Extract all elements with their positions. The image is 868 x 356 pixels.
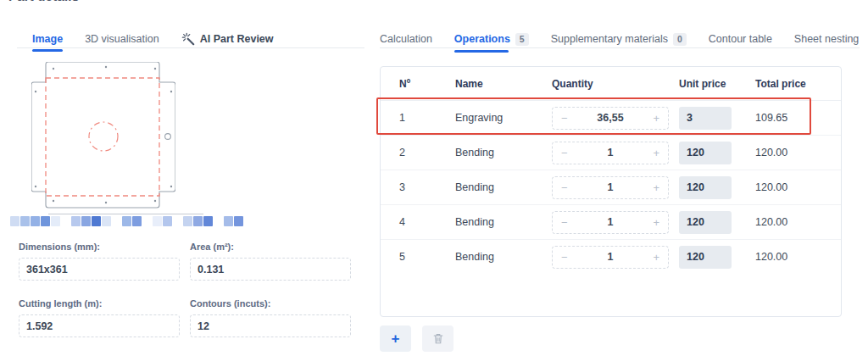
- preview-bottom-edge: [48, 214, 203, 214]
- quantity-value[interactable]: 36,55: [597, 112, 623, 124]
- col-num: Nº: [399, 78, 455, 90]
- bend-lines-rect: [46, 78, 159, 196]
- part-details-page: Part details Image 3D visualisation AI P…: [0, 0, 868, 356]
- delete-operation-button[interactable]: [422, 325, 453, 352]
- table-row[interactable]: 2 Bending − 1 + 120 120.00: [381, 136, 841, 170]
- rivet-holes: [35, 66, 172, 203]
- quantity-stepper[interactable]: − 1 +: [552, 211, 669, 234]
- total-price: 120.00: [755, 216, 841, 228]
- bend-circle: [89, 122, 118, 151]
- operation-name: Bending: [455, 216, 552, 228]
- field-cutting-length: Cutting length (m):: [19, 298, 180, 337]
- quantity-stepper[interactable]: − 1 +: [552, 246, 669, 269]
- quantity-value[interactable]: 1: [608, 251, 614, 263]
- contours-label: Contours (incuts):: [190, 298, 351, 309]
- row-num: 5: [399, 251, 455, 263]
- table-row[interactable]: 4 Bending − 1 + 120 120.00: [381, 205, 841, 240]
- operation-name: Bending: [455, 251, 552, 263]
- tab-sheet-nesting[interactable]: Sheet nesting: [794, 33, 859, 45]
- total-price: 109.65: [755, 112, 841, 124]
- tab-calculation[interactable]: Calculation: [380, 33, 432, 45]
- part-outline: [31, 62, 175, 208]
- quantity-stepper[interactable]: − 1 +: [552, 176, 669, 199]
- active-tab-underline: [32, 49, 63, 52]
- operation-name: Engraving: [455, 112, 552, 124]
- unit-price-input[interactable]: 120: [679, 142, 732, 164]
- page-title: Part details: [8, 0, 178, 4]
- col-name: Name: [455, 78, 552, 90]
- active-tab-underline: [454, 50, 509, 53]
- minus-button[interactable]: −: [561, 216, 568, 229]
- dimensions-input[interactable]: [19, 258, 180, 281]
- table-row[interactable]: 5 Bending − 1 + 120 120.00: [381, 240, 841, 274]
- left-tabs-divider: [17, 47, 364, 48]
- minus-button[interactable]: −: [561, 181, 568, 194]
- right-tabs-divider: [380, 47, 860, 48]
- row-num: 1: [399, 112, 455, 124]
- add-operation-button[interactable]: +: [380, 325, 411, 352]
- right-tab-bar: Calculation Operations 5 Supplementary m…: [380, 31, 868, 47]
- plus-button[interactable]: +: [653, 147, 659, 159]
- table-row[interactable]: 3 Bending − 1 + 120 120.00: [381, 170, 841, 205]
- quantity-value[interactable]: 1: [608, 216, 614, 228]
- field-area: Area (m²):: [190, 242, 351, 281]
- unit-price-input[interactable]: 120: [679, 211, 732, 234]
- quantity-value[interactable]: 1: [608, 181, 614, 193]
- field-contours: Contours (incuts):: [190, 298, 351, 337]
- left-tab-bar: Image 3D visualisation AI Part Review: [32, 31, 296, 47]
- operations-table: Nº Name Quantity Unit price Total price …: [380, 66, 842, 317]
- unit-price-input[interactable]: 120: [679, 176, 732, 199]
- quantity-stepper[interactable]: − 36,55 +: [552, 107, 669, 130]
- quantity-stepper[interactable]: − 1 +: [552, 142, 669, 164]
- plus-button[interactable]: +: [653, 181, 659, 194]
- tab-operations[interactable]: Operations 5: [454, 33, 529, 46]
- supplementary-count-badge: 0: [673, 33, 687, 46]
- flap-hole: [165, 134, 171, 140]
- plus-button[interactable]: +: [653, 251, 659, 264]
- cutting-length-label: Cutting length (m):: [19, 298, 180, 309]
- plus-button[interactable]: +: [653, 216, 659, 229]
- tab-image[interactable]: Image: [32, 33, 63, 45]
- unit-price-input[interactable]: 120: [679, 246, 732, 269]
- row-num: 4: [399, 216, 455, 228]
- total-price: 120.00: [755, 147, 841, 159]
- total-price: 120.00: [755, 181, 841, 193]
- table-row[interactable]: 1 Engraving − 36,55 + 3 109.65: [381, 101, 841, 136]
- minus-button[interactable]: −: [561, 112, 568, 125]
- row-num: 3: [399, 181, 455, 193]
- operation-name: Bending: [455, 147, 552, 159]
- part-drawing-preview: [31, 62, 175, 212]
- area-input[interactable]: [190, 258, 351, 281]
- field-dimensions: Dimensions (mm):: [19, 242, 180, 281]
- cutting-length-input[interactable]: [19, 314, 180, 337]
- row-num: 2: [399, 147, 455, 159]
- minus-button[interactable]: −: [561, 147, 568, 159]
- unit-price-input[interactable]: 3: [679, 107, 732, 130]
- tab-ai-part-review[interactable]: AI Part Review: [181, 32, 274, 46]
- col-quantity: Quantity: [552, 78, 679, 90]
- col-unit-price: Unit price: [679, 78, 755, 90]
- operation-name: Bending: [455, 181, 552, 193]
- quantity-value[interactable]: 1: [608, 147, 614, 159]
- plus-button[interactable]: +: [653, 112, 659, 125]
- total-price: 120.00: [755, 251, 841, 263]
- contours-input[interactable]: [190, 314, 351, 337]
- trash-icon: [432, 332, 444, 345]
- tab-supplementary-materials[interactable]: Supplementary materials 0: [551, 33, 687, 46]
- tab-3d-visualisation[interactable]: 3D visualisation: [85, 33, 159, 45]
- table-header: Nº Name Quantity Unit price Total price: [381, 67, 841, 101]
- operations-count-badge: 5: [515, 33, 529, 46]
- tab-contour-table[interactable]: Contour table: [709, 33, 772, 45]
- magic-wand-icon: [181, 32, 195, 46]
- minus-button[interactable]: −: [561, 251, 568, 264]
- col-total-price: Total price: [755, 78, 841, 90]
- blur-strip: [10, 216, 243, 226]
- dimensions-label: Dimensions (mm):: [19, 242, 180, 252]
- area-label: Area (m²):: [190, 242, 351, 252]
